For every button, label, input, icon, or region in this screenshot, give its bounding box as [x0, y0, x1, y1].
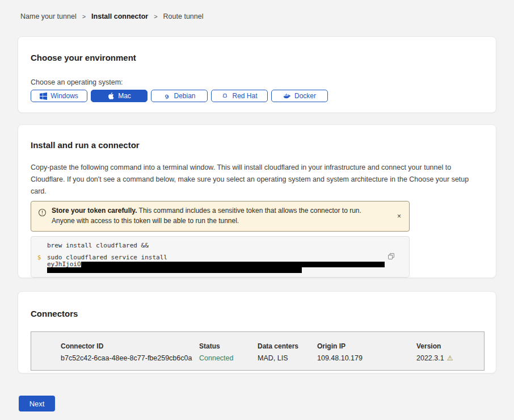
- status-badge: Connected: [199, 354, 258, 362]
- apple-icon: [107, 92, 115, 100]
- column-header-data-centers: Data centers: [258, 342, 317, 350]
- redhat-icon: [221, 93, 229, 100]
- os-button-docker[interactable]: Docker: [271, 90, 328, 102]
- install-connector-card: Install and run a connector Copy-paste t…: [18, 124, 496, 278]
- breadcrumb: Name your tunnel > Install connector > R…: [20, 0, 514, 20]
- environment-card-title: Choose your environment: [31, 53, 483, 62]
- shell-prompt: $: [31, 254, 47, 261]
- environment-card: Choose your environment Choose an operat…: [18, 36, 496, 113]
- debian-icon: [163, 93, 170, 100]
- install-card-title: Install and run a connector: [31, 140, 483, 150]
- code-line-brew: brew install cloudflared &&: [47, 242, 149, 249]
- os-select-label: Choose an operating system:: [31, 78, 483, 87]
- data-centers-value: MAD, LIS: [258, 354, 317, 362]
- os-button-mac[interactable]: Mac: [91, 90, 148, 102]
- connectors-table: Connector ID Status Data centers Origin …: [31, 331, 484, 371]
- docker-icon: [283, 93, 291, 99]
- redacted-token-bar: [81, 262, 385, 267]
- column-header-status: Status: [199, 342, 258, 350]
- version-value: 2022.3.1: [416, 354, 444, 362]
- breadcrumb-separator: >: [154, 13, 157, 20]
- warning-message-bold: Store your token carefully.: [52, 207, 137, 215]
- os-button-label: Red Hat: [232, 92, 257, 100]
- os-button-label: Docker: [294, 92, 316, 100]
- install-command-codeblock: brew install cloudflared && $ sudo cloud…: [31, 236, 410, 278]
- breadcrumb-separator: >: [82, 13, 86, 20]
- os-button-group: Windows Mac Debian Red Hat Docker: [31, 90, 483, 102]
- os-button-label: Windows: [50, 92, 78, 100]
- connectors-card: Connectors Connector ID Status Data cent…: [18, 291, 496, 373]
- connectors-table-header: Connector ID Status Data centers Origin …: [61, 342, 484, 350]
- origin-ip-value: 109.48.10.179: [317, 354, 416, 362]
- os-button-label: Mac: [118, 92, 131, 100]
- column-header-version: Version: [416, 342, 484, 350]
- connectors-card-title: Connectors: [31, 309, 483, 318]
- breadcrumb-step-route-tunnel[interactable]: Route tunnel: [163, 12, 204, 20]
- warning-triangle-icon: ⚠: [447, 355, 453, 362]
- os-button-debian[interactable]: Debian: [151, 90, 208, 102]
- windows-icon: [40, 93, 47, 100]
- alert-circle-icon: [38, 208, 47, 219]
- token-warning-banner: Store your token carefully. This command…: [31, 201, 410, 232]
- breadcrumb-step-name-your-tunnel[interactable]: Name your tunnel: [20, 12, 77, 20]
- token-prefix: eyJhIjoiO: [47, 261, 81, 267]
- connector-id-value: b7c52c42-6caa-48ee-8c77-fbe259cb6c0a: [61, 354, 199, 362]
- column-header-connector-id: Connector ID: [61, 342, 199, 350]
- close-icon[interactable]: ×: [396, 212, 402, 220]
- code-line-service-install: sudo cloudflared service install: [47, 254, 167, 261]
- breadcrumb-step-install-connector[interactable]: Install connector: [91, 12, 148, 20]
- next-button[interactable]: Next: [19, 396, 55, 411]
- warning-message: Store your token carefully. This command…: [52, 206, 373, 226]
- install-description: Copy-paste the following command into a …: [31, 162, 481, 198]
- redacted-token-bar: [47, 267, 302, 273]
- os-button-redhat[interactable]: Red Hat: [211, 90, 268, 102]
- os-button-label: Debian: [174, 92, 195, 100]
- os-button-windows[interactable]: Windows: [31, 90, 87, 102]
- column-header-origin-ip: Origin IP: [317, 342, 416, 350]
- connector-table-row: b7c52c42-6caa-48ee-8c77-fbe259cb6c0a Con…: [61, 354, 484, 362]
- copy-icon[interactable]: [387, 253, 395, 262]
